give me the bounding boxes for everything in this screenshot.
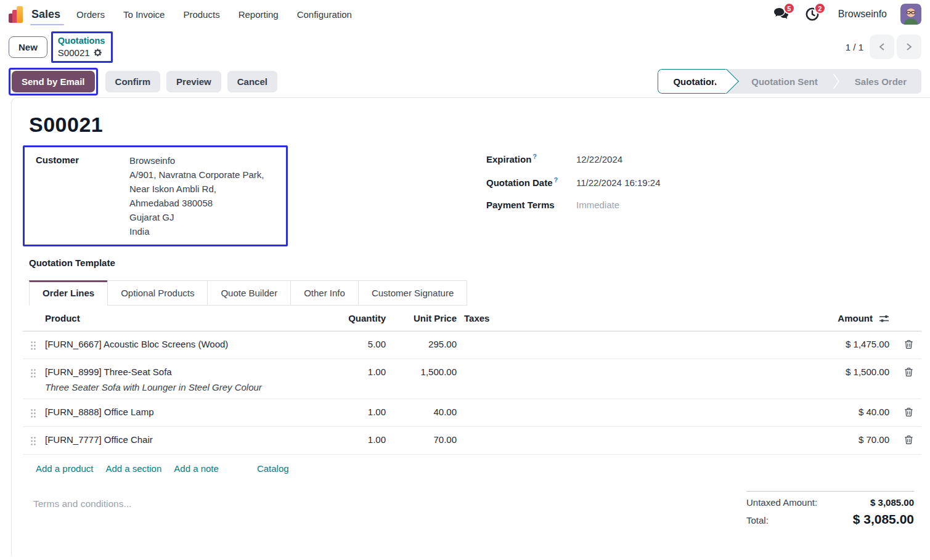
activities-button[interactable]: 2 [804,6,821,23]
drag-handle-icon[interactable] [23,331,44,351]
pager-next-button[interactable] [897,34,921,59]
quantity-cell[interactable]: 1.00 [333,359,392,383]
stage-quotation[interactable]: Quotation [658,69,727,94]
product-cell[interactable]: [FURN_8888] Office Lamp [44,399,333,423]
product-cell[interactable]: [FURN_7777] Office Chair [44,427,333,451]
pager: 1 / 1 [846,34,921,59]
add-a-note-link[interactable]: Add a note [174,463,219,474]
menu-orders[interactable]: Orders [76,9,105,20]
untaxed-amount-value: $ 3,085.00 [870,497,914,508]
confirm-button[interactable]: Confirm [105,71,161,92]
quantity-cell[interactable]: 1.00 [333,427,392,451]
cancel-button[interactable]: Cancel [227,71,277,92]
menu-reporting[interactable]: Reporting [239,9,279,20]
delete-row-icon[interactable] [895,359,921,377]
menu-to-invoice[interactable]: To Invoice [123,9,165,20]
column-header-product[interactable]: Product [44,307,333,330]
column-header-amount[interactable]: Amount [838,313,873,323]
stage-sales-order[interactable]: Sales Order [840,69,921,94]
customer-name[interactable]: Browseinfo [129,153,264,168]
activities-badge: 2 [814,2,826,14]
catalog-link[interactable]: Catalog [257,463,289,474]
taxes-cell[interactable] [463,331,800,345]
column-header-unit-price[interactable]: Unit Price [392,307,463,330]
taxes-cell[interactable] [463,399,800,413]
total-label: Total: [746,515,769,526]
terms-and-conditions-input[interactable]: Terms and conditions... [23,491,131,531]
amount-cell: $ 70.00 [800,427,895,451]
delete-row-icon[interactable] [895,399,921,417]
total-row: Total: $ 3,085.00 [746,512,914,527]
column-header-taxes[interactable]: Taxes [463,307,800,330]
customer-value[interactable]: Browseinfo A/901, Navratna Corporate Par… [129,153,264,238]
tab-optional-products[interactable]: Optional Products [107,280,208,306]
add-a-section-link[interactable]: Add a section [105,463,161,474]
sheet-footer: Terms and conditions... Untaxed Amount: … [23,491,921,531]
user-name[interactable]: Browseinfo [838,9,887,20]
quotation-date-field: Quotation Date? 11/22/2024 16:19:24 [486,176,921,188]
drag-handle-icon[interactable] [23,359,44,378]
send-by-email-highlight: Send by Email [9,68,98,95]
document-title: S00021 [29,113,921,137]
totals-block: Untaxed Amount: $ 3,085.00 Total: $ 3,08… [746,491,914,531]
quotation-template-label: Quotation Template [29,258,470,268]
user-avatar[interactable] [900,4,921,25]
order-line-row: [FURN_6667] Acoustic Bloc Screens (Wood)… [23,331,921,359]
customer-address-line: Near Iskon Ambli Rd, [129,182,264,196]
expiration-field: Expiration? 12/22/2024 [486,153,921,164]
taxes-cell[interactable] [463,427,800,440]
quotation-date-value[interactable]: 11/22/2024 16:19:24 [576,177,661,188]
unit-price-cell[interactable]: 295.00 [392,331,463,355]
help-icon[interactable]: ? [532,153,537,160]
tab-customer-signature[interactable]: Customer Signature [358,280,467,306]
payment-terms-label: Payment Terms [486,200,576,210]
unit-price-cell[interactable]: 1,500.00 [392,359,463,383]
optional-columns-icon[interactable] [879,314,889,323]
taxes-cell[interactable] [463,359,800,373]
gear-icon[interactable] [93,48,102,57]
send-by-email-button[interactable]: Send by Email [12,71,95,92]
help-icon[interactable]: ? [554,176,558,184]
tab-order-lines[interactable]: Order Lines [29,280,108,306]
messages-button[interactable]: 5 [773,6,790,23]
drag-handle-icon[interactable] [23,427,44,446]
new-button[interactable]: New [9,36,47,58]
delete-row-icon[interactable] [895,331,921,349]
breadcrumb: Quotations S00021 [51,31,113,63]
menu-products[interactable]: Products [183,9,219,20]
unit-price-cell[interactable]: 40.00 [392,399,463,423]
untaxed-amount-row: Untaxed Amount: $ 3,085.00 [746,497,914,508]
delete-row-icon[interactable] [895,427,921,445]
breadcrumb-row: New Quotations S00021 1 / 1 [0,28,930,65]
customer-label: Customer [36,153,129,238]
breadcrumb-quotations-link[interactable]: Quotations [58,34,105,47]
quantity-cell[interactable]: 1.00 [333,399,392,423]
amount-cell: $ 1,500.00 [800,359,895,383]
odoo-logo-icon[interactable] [9,6,23,23]
notebook-tabs: Order Lines Optional Products Quote Buil… [29,280,921,306]
tab-other-info[interactable]: Other Info [290,280,359,306]
order-lines-table: Product Quantity Unit Price Taxes Amount [23,307,921,482]
expiration-value[interactable]: 12/22/2024 [576,154,622,164]
customer-address-line: India [129,224,264,238]
product-cell[interactable]: [FURN_8999] Three-Seat Sofa Three Seater… [44,359,333,399]
unit-price-cell[interactable]: 70.00 [392,427,463,451]
column-header-quantity[interactable]: Quantity [333,307,392,330]
table-links-row: Add a product Add a section Add a note C… [23,455,921,482]
quantity-cell[interactable]: 5.00 [333,331,392,355]
chevron-right-icon [833,69,840,94]
payment-terms-value[interactable]: Immediate [576,200,619,210]
add-a-product-link[interactable]: Add a product [36,463,93,474]
amount-cell: $ 40.00 [800,399,895,423]
product-cell[interactable]: [FURN_6667] Acoustic Bloc Screens (Wood) [44,331,333,355]
menu-configuration[interactable]: Configuration [297,9,352,20]
stage-quotation-sent[interactable]: Quotation Sent [736,69,833,94]
pager-previous-button[interactable] [870,34,894,59]
statusbar: Quotation Quotation Sent Sales Order [658,69,921,94]
top-navbar: Sales Orders To Invoice Products Reporti… [0,0,930,28]
drag-handle-icon[interactable] [23,399,44,418]
tab-quote-builder[interactable]: Quote Builder [207,280,291,306]
app-name[interactable]: Sales [31,8,60,21]
order-line-row: [FURN_7777] Office Chair 1.00 70.00 $ 70… [23,427,921,455]
preview-button[interactable]: Preview [166,71,221,92]
